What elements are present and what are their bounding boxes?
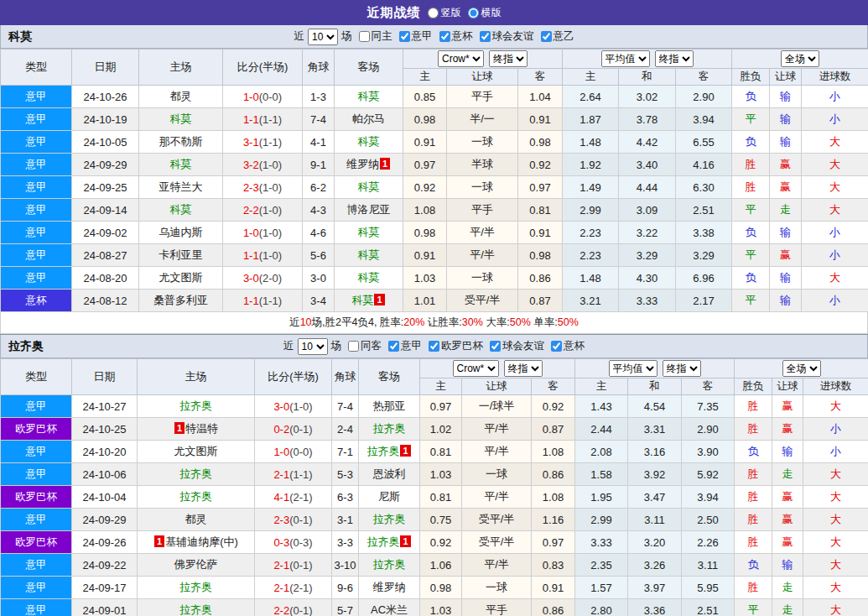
halftime-score: (0-0) <box>259 91 282 103</box>
league-cell: 意甲 <box>1 176 72 199</box>
column-subheader: 进球数 <box>803 378 868 395</box>
column-header: 主场 <box>139 50 223 86</box>
euro-odds-cell: 2.44 <box>575 418 628 441</box>
euro-odds-cell: 4.30 <box>619 267 676 290</box>
summary-row: 近10场,胜2平4负4, 胜率:20% 让胜率:30% 大率:50% 单率:50… <box>0 312 868 334</box>
column-header: 比分(半场) <box>255 359 332 395</box>
table-row: 意甲24-08-20尤文图斯3-0(2-0)3-0科莫1.03一球0.861.4… <box>1 267 868 290</box>
handicap-odds-cell: 0.81 <box>420 486 462 509</box>
layout-option-vertical[interactable]: 竖版 <box>428 6 461 20</box>
home-team-cell: 科莫 <box>139 199 223 222</box>
same-venue-checkbox[interactable]: 同主 <box>356 29 392 44</box>
euro-odds-type-select[interactable]: 平均值 <box>601 50 650 67</box>
euro-odds-cell: 6.96 <box>676 267 732 290</box>
euro-odds-cell: 2.99 <box>563 199 619 222</box>
halftime-score: (1-1) <box>259 136 282 149</box>
away-team-cell: 拉齐奥 <box>359 418 420 441</box>
team-label: 那不勒斯 <box>159 135 203 148</box>
red-card-badge: 1 <box>154 535 164 547</box>
handicap-odds-cell: 0.98 <box>518 131 563 154</box>
column-subheader: 让球 <box>462 378 532 395</box>
euro-odds-cell: 3.90 <box>682 441 735 463</box>
red-card-badge: 1 <box>400 445 410 457</box>
euro-stage-select[interactable]: 终指 <box>655 50 694 67</box>
date-cell: 24-10-06 <box>72 463 138 486</box>
table-row: 意甲24-09-14科莫2-2(1-0)4-3博洛尼亚1.08平手0.812.9… <box>1 199 868 222</box>
handicap-odds-cell: 1.03 <box>403 267 447 290</box>
euro-odds-cell: 3.33 <box>619 290 676 312</box>
league-filter-checkbox[interactable]: 意杯 <box>548 339 585 353</box>
bookmaker-select[interactable]: Crow* <box>453 360 499 377</box>
vertical-layout-label: 竖版 <box>441 6 461 20</box>
match-scope-select[interactable]: 全场 <box>782 360 821 377</box>
euro-odds-cell: 3.78 <box>619 108 676 131</box>
team-label: 亚特兰大 <box>159 180 203 193</box>
handicap-odds-cell: 0.98 <box>420 577 462 599</box>
result-cell: 胜 <box>735 463 772 486</box>
result-cell: 平 <box>732 290 770 312</box>
team-label: 恩波利 <box>373 467 406 480</box>
bookmaker-select[interactable]: Crow* <box>438 50 484 67</box>
vertical-layout-radio[interactable] <box>428 8 439 18</box>
euro-odds-cell: 2.23 <box>563 222 619 244</box>
euro-odds-cell: 1.48 <box>563 267 619 290</box>
handicap-odds-cell: 1.08 <box>532 441 575 463</box>
league-filter-checkbox[interactable]: 意甲 <box>396 29 433 44</box>
score-cell: 2-1(0-1) <box>255 554 332 577</box>
table-row: 意甲24-10-19科莫1-1(1-1)7-4帕尔马0.98半/一0.911.8… <box>1 108 868 131</box>
handicap-odds-cell: 0.97 <box>420 395 462 418</box>
league-filter-checkbox[interactable]: 意杯 <box>436 29 473 44</box>
recent-count-select[interactable]: 10 <box>298 338 328 355</box>
handicap-odds-cell: 平/半 <box>447 244 518 267</box>
home-team-cell: 卡利亚里 <box>139 244 223 267</box>
handicap-odds-cell: 0.97 <box>532 531 575 554</box>
result-cell: 大 <box>803 599 868 616</box>
table-row: 意甲24-09-01拉齐奥2-2(0-1)5-7AC米兰1.03平手0.862.… <box>1 599 868 616</box>
fulltime-score: 2-2 <box>273 604 289 616</box>
result-cell: 负 <box>735 441 772 463</box>
recent-count-select[interactable]: 10 <box>308 29 338 45</box>
score-cell: 2-3(1-0) <box>223 176 303 199</box>
result-cell: 走 <box>772 463 803 486</box>
euro-stage-select[interactable]: 终指 <box>663 360 701 377</box>
filter-bar: 科莫近10场同主意甲意杯球会友谊意乙 <box>0 25 868 49</box>
table-row: 意甲24-08-27卡利亚里1-1(1-0)5-6科莫0.91平/半0.982.… <box>1 244 868 267</box>
away-team-cell: 科莫 <box>335 176 403 199</box>
corner-cell: 3-10 <box>332 554 359 577</box>
league-filter-checkbox[interactable]: 意乙 <box>538 29 574 44</box>
away-team-cell: 科莫 <box>335 131 403 154</box>
fulltime-score: 2-3 <box>243 181 259 194</box>
layout-option-horizontal[interactable]: 横版 <box>468 6 502 20</box>
match-scope-select[interactable]: 全场 <box>781 50 819 67</box>
league-filter-checkbox[interactable]: 欧罗巴杯 <box>425 339 483 353</box>
handicap-stage-select[interactable]: 终指 <box>504 360 543 377</box>
league-filter-checkbox[interactable]: 球会友谊 <box>486 339 544 353</box>
column-header: 主场 <box>138 359 255 395</box>
horizontal-layout-label: 横版 <box>481 6 502 20</box>
same-venue-checkbox[interactable]: 同客 <box>345 339 382 353</box>
league-cell: 意甲 <box>1 267 72 290</box>
column-header: 类型 <box>1 359 72 395</box>
euro-odds-type-select[interactable]: 平均值 <box>609 360 657 377</box>
halftime-score: (0-3) <box>289 536 312 549</box>
handicap-odds-cell: 0.91 <box>518 222 563 244</box>
euro-odds-cell: 3.09 <box>619 199 676 222</box>
euro-odds-cell: 1.92 <box>563 154 619 176</box>
league-cell: 意甲 <box>1 554 72 577</box>
euro-odds-cell: 6.55 <box>676 131 732 154</box>
handicap-odds-cell: 受平/半 <box>447 290 518 312</box>
column-header: 客场 <box>335 50 403 86</box>
away-team-cell: 科莫1 <box>335 290 403 312</box>
result-cell: 负 <box>732 86 770 108</box>
euro-odds-cell: 3.94 <box>676 108 732 131</box>
title-bar: 近期战绩 竖版 横版 <box>0 0 868 25</box>
horizontal-layout-radio[interactable] <box>468 8 479 18</box>
handicap-stage-select[interactable]: 终指 <box>489 50 528 67</box>
euro-odds-cell: 1.87 <box>563 108 619 131</box>
league-filter-checkbox[interactable]: 球会友谊 <box>476 29 534 44</box>
team-label: 维罗纳 <box>373 581 406 593</box>
league-filter-checkbox[interactable]: 意甲 <box>385 339 422 353</box>
team-label: 科莫 <box>358 180 380 193</box>
table-row: 欧罗巴杯24-09-261基辅迪纳摩(中)0-3(0-3)3-3拉齐奥10.92… <box>1 531 868 554</box>
home-team-cell: 拉齐奥 <box>138 577 255 599</box>
